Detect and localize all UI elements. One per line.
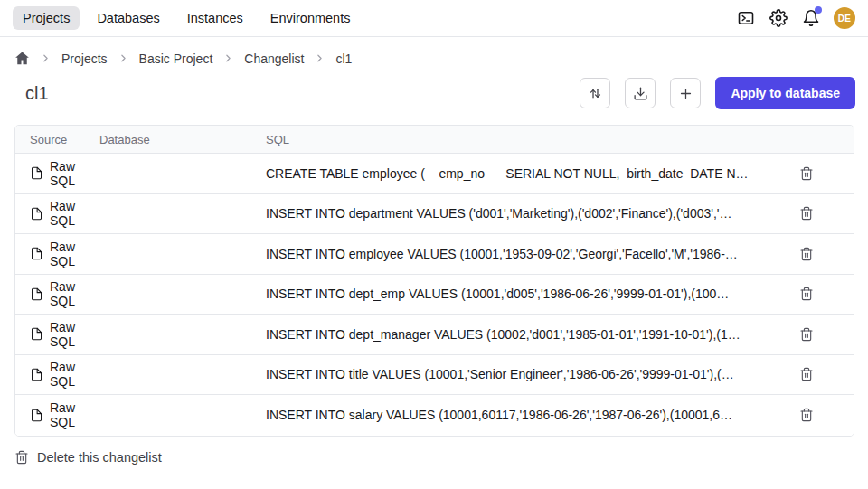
gear-icon[interactable] (769, 9, 788, 28)
sort-arrows-icon (588, 86, 603, 101)
export-button[interactable] (625, 78, 656, 108)
sql-cell: INSERT INTO title VALUES (10001,'Senior … (266, 367, 760, 381)
title-row: cl1 Apply to database (0, 66, 868, 109)
plus-icon (678, 86, 693, 101)
apply-to-database-button[interactable]: Apply to database (715, 77, 855, 109)
delete-changelist-button[interactable]: Delete this changelist (0, 437, 176, 478)
home-icon[interactable] (14, 51, 30, 66)
delete-row-button[interactable] (796, 283, 817, 305)
nav-item-environments[interactable]: Environments (260, 6, 361, 30)
source-label: Raw SQL (50, 320, 99, 349)
breadcrumb-projects[interactable]: Projects (61, 52, 108, 66)
sql-cell: INSERT INTO department VALUES ('d001','M… (266, 206, 760, 221)
sql-cell: INSERT INTO salary VALUES (10001,60117,'… (266, 408, 760, 422)
file-icon (30, 166, 43, 180)
breadcrumb: Projects Basic Project Changelist cl1 (0, 37, 868, 66)
sql-cell: INSERT INTO dept_emp VALUES (10001,'d005… (266, 287, 760, 301)
sql-cell: INSERT INTO employee VALUES (10001,'1953… (266, 247, 760, 261)
nav-item-projects[interactable]: Projects (13, 6, 80, 30)
trash-icon (14, 450, 29, 465)
chevron-right-icon (314, 52, 326, 64)
sql-cell: INSERT INTO dept_manager VALUES (10002,'… (266, 327, 760, 342)
nav-item-databases[interactable]: Databases (87, 6, 169, 30)
sql-cell: CREATE TABLE employee ( emp_no SERIAL NO… (266, 166, 760, 181)
source-label: Raw SQL (50, 279, 99, 308)
column-header-database: Database (99, 133, 266, 146)
source-label: Raw SQL (50, 360, 99, 389)
delete-row-button[interactable] (796, 404, 817, 426)
file-icon (30, 207, 43, 221)
nav-item-instances[interactable]: Instances (177, 6, 253, 30)
toolbar: Apply to database (580, 77, 855, 109)
page-title: cl1 (25, 83, 49, 104)
avatar[interactable]: DE (834, 7, 855, 29)
top-navigation: Projects Databases Instances Environment… (0, 0, 868, 37)
table-row[interactable]: Raw SQL CREATE TABLE employee ( emp_no S… (15, 154, 854, 194)
breadcrumb-basic-project[interactable]: Basic Project (139, 52, 213, 66)
chevron-right-icon (40, 52, 52, 64)
table-row[interactable]: Raw SQL INSERT INTO employee VALUES (100… (15, 234, 854, 275)
breadcrumb-current: cl1 (335, 52, 352, 66)
terminal-icon[interactable] (736, 9, 755, 28)
column-header-source: Source (15, 133, 99, 146)
table-row[interactable]: Raw SQL INSERT INTO salary VALUES (10001… (15, 395, 854, 436)
file-icon (30, 327, 43, 341)
delete-row-button[interactable] (796, 324, 817, 345)
table-row[interactable]: Raw SQL INSERT INTO dept_emp VALUES (100… (15, 275, 854, 315)
delete-row-button[interactable] (796, 363, 817, 385)
chevron-right-icon (222, 52, 234, 64)
delete-changelist-label: Delete this changelist (37, 450, 162, 465)
table-header: Source Database SQL (15, 126, 854, 154)
file-icon (30, 368, 43, 381)
delete-row-button[interactable] (796, 163, 817, 184)
download-icon (633, 86, 648, 101)
chevron-right-icon (118, 52, 129, 64)
changelist-table: Source Database SQL Raw SQL CREATE TABLE… (14, 125, 854, 437)
source-label: Raw SQL (50, 240, 99, 268)
file-icon (30, 409, 43, 422)
breadcrumb-changelist[interactable]: Changelist (244, 52, 304, 66)
source-label: Raw SQL (50, 199, 99, 228)
source-label: Raw SQL (50, 159, 99, 188)
table-row[interactable]: Raw SQL INSERT INTO title VALUES (10001,… (15, 355, 854, 396)
notification-dot (815, 6, 822, 14)
column-header-sql: SQL (266, 133, 760, 146)
file-icon (30, 247, 43, 260)
topnav-actions: DE (736, 7, 855, 29)
add-change-button[interactable] (670, 78, 701, 108)
file-icon (30, 287, 43, 301)
source-label: Raw SQL (50, 400, 99, 429)
table-row[interactable]: Raw SQL INSERT INTO department VALUES ('… (15, 194, 854, 235)
delete-row-button[interactable] (796, 202, 817, 224)
reorder-button[interactable] (580, 78, 610, 108)
delete-row-button[interactable] (796, 243, 817, 265)
table-row[interactable]: Raw SQL INSERT INTO dept_manager VALUES … (15, 315, 854, 355)
bell-icon[interactable] (801, 9, 820, 28)
